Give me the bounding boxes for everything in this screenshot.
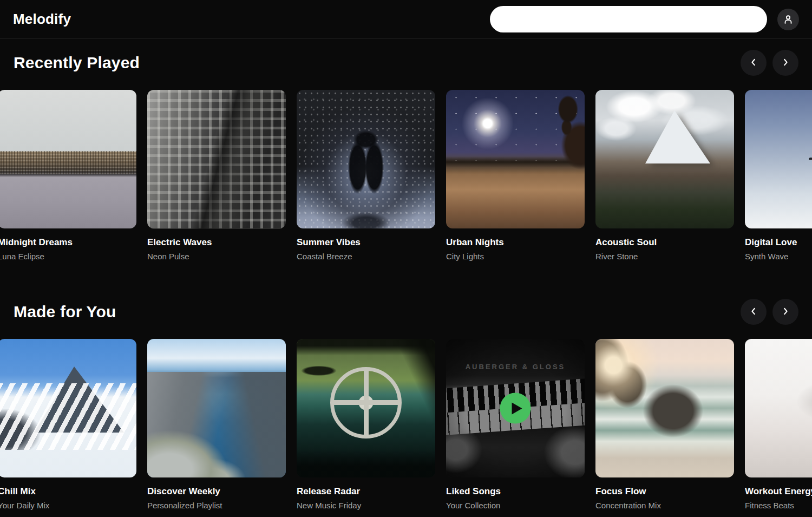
card-subtitle: New Music Friday [297, 501, 435, 510]
album-art-fjord [147, 339, 286, 477]
playlist-card-liked-songs[interactable]: AUBERGER & GLOSS Liked Songs Your Collec… [446, 339, 585, 510]
person-icon [782, 14, 794, 25]
playlist-card-midnight-dreams[interactable]: Midnight Dreams Luna Eclipse [0, 90, 136, 261]
card-subtitle: Concentration Mix [595, 501, 734, 510]
user-profile-button[interactable] [777, 9, 799, 30]
app-header: Melodify [0, 0, 812, 39]
card-title: Summer Vibes [297, 237, 435, 248]
album-art-bw-skyscrapers [147, 90, 286, 228]
card-subtitle: Neon Pulse [147, 252, 286, 261]
scroll-right-button[interactable] [772, 50, 798, 76]
card-title: Focus Flow [595, 486, 734, 497]
scroll-right-button[interactable] [772, 299, 798, 325]
carousel-nav [741, 299, 798, 325]
card-subtitle: City Lights [446, 252, 585, 261]
card-title: Electric Waves [147, 237, 286, 248]
playlist-card-electric-waves[interactable]: Electric Waves Neon Pulse [147, 90, 286, 261]
playlist-card-chill-mix[interactable]: Chill Mix Your Daily Mix [0, 339, 136, 510]
playlist-card-digital-love[interactable]: Digital Love Synth Wave [745, 90, 812, 261]
chevron-left-icon [749, 306, 758, 318]
card-subtitle: Personalized Playlist [147, 501, 286, 510]
card-title: Liked Songs [446, 486, 585, 497]
playlist-card-workout-energy[interactable]: Workout Energy Fitness Beats [745, 339, 812, 510]
card-title: Release Radar [297, 486, 435, 497]
album-art-snowy-mountain [0, 339, 136, 477]
album-art-desert-night [446, 90, 585, 228]
album-art-vintage-car [297, 339, 435, 477]
card-subtitle: River Stone [595, 252, 734, 261]
album-art-night-rain [297, 90, 435, 228]
card-subtitle: Your Daily Mix [0, 501, 136, 510]
album-art-piano-hands: AUBERGER & GLOSS [446, 339, 585, 477]
chevron-right-icon [781, 57, 790, 69]
card-row: Midnight Dreams Luna Eclipse Electric Wa… [0, 90, 812, 261]
card-title: Acoustic Soul [595, 237, 734, 248]
card-title: Discover Weekly [147, 486, 286, 497]
playlist-card-urban-nights[interactable]: Urban Nights City Lights [446, 90, 585, 261]
card-subtitle: Your Collection [446, 501, 585, 510]
playlist-card-acoustic-soul[interactable]: Acoustic Soul River Stone [595, 90, 734, 261]
scroll-left-button[interactable] [741, 299, 767, 325]
app-logo[interactable]: Melodify [13, 11, 71, 28]
chevron-left-icon [749, 57, 758, 69]
album-art-sea-cliffs [595, 339, 734, 477]
carousel-nav [741, 50, 798, 76]
section-header: Made for You [0, 299, 812, 325]
album-art-rocky-pier [0, 90, 136, 228]
search-input[interactable] [490, 6, 767, 32]
album-art-matterhorn [595, 90, 734, 228]
card-title: Digital Love [745, 237, 812, 248]
play-button[interactable] [500, 393, 531, 424]
play-icon [512, 402, 522, 414]
playlist-card-release-radar[interactable]: Release Radar New Music Friday [297, 339, 435, 510]
card-subtitle: Coastal Breeze [297, 252, 435, 261]
card-title: Workout Energy [745, 486, 812, 497]
album-art-pale-sky [745, 90, 812, 228]
album-art-foggy-mountain [745, 339, 812, 477]
card-row: Chill Mix Your Daily Mix Discover Weekly… [0, 339, 812, 510]
playlist-card-summer-vibes[interactable]: Summer Vibes Coastal Breeze [297, 90, 435, 261]
section-recently-played: Recently Played Midnight Dreams Luna Ecl… [0, 50, 812, 261]
section-made-for-you: Made for You Chill Mix Your Daily Mix Di… [0, 299, 812, 510]
card-title: Chill Mix [0, 486, 136, 497]
card-subtitle: Luna Eclipse [0, 252, 136, 261]
chevron-right-icon [781, 306, 790, 318]
section-title: Made for You [14, 303, 116, 321]
scroll-left-button[interactable] [741, 50, 767, 76]
section-title: Recently Played [14, 54, 140, 72]
card-subtitle: Synth Wave [745, 252, 812, 261]
card-title: Urban Nights [446, 237, 585, 248]
card-subtitle: Fitness Beats [745, 501, 812, 510]
section-header: Recently Played [0, 50, 812, 76]
playlist-card-focus-flow[interactable]: Focus Flow Concentration Mix [595, 339, 734, 510]
playlist-card-discover-weekly[interactable]: Discover Weekly Personalized Playlist [147, 339, 286, 510]
card-title: Midnight Dreams [0, 237, 136, 248]
